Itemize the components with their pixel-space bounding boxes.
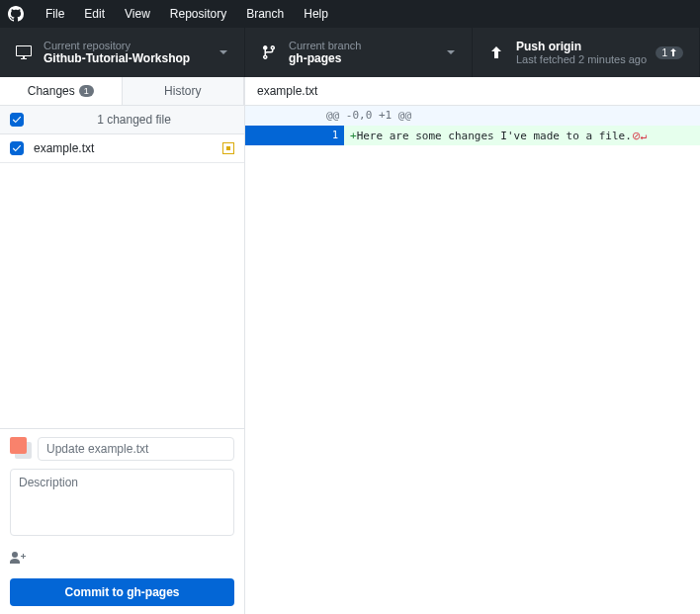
push-count-badge: 1 bbox=[656, 46, 683, 59]
no-newline-icon: ⊘ bbox=[632, 130, 641, 141]
branch-label: Current branch bbox=[289, 40, 361, 51]
current-branch-dropdown[interactable]: Current branch gh-pages bbox=[245, 28, 473, 77]
check-icon bbox=[12, 115, 22, 125]
file-item[interactable]: example.txt bbox=[0, 134, 244, 163]
line-number-new: 1 bbox=[295, 126, 344, 145]
diff-body: @@ -0,0 +1 @@ 1 +Here are some changes I… bbox=[245, 106, 700, 614]
modified-icon bbox=[222, 142, 234, 154]
changes-count-badge: 1 bbox=[79, 85, 94, 97]
arrow-up-small-icon bbox=[669, 48, 677, 56]
menu-branch[interactable]: Branch bbox=[236, 7, 294, 21]
avatar bbox=[10, 437, 32, 459]
check-icon bbox=[12, 143, 22, 153]
repo-label: Current repository bbox=[44, 40, 190, 51]
diff-text: Here are some changes I've made to a fil… bbox=[357, 130, 632, 142]
changed-files-header: 1 changed file bbox=[0, 106, 244, 134]
return-icon: ↵ bbox=[641, 130, 648, 142]
tab-changes[interactable]: Changes 1 bbox=[0, 77, 123, 105]
diff-sign: + bbox=[350, 130, 357, 142]
person-add-icon bbox=[10, 551, 26, 567]
sidebar-tabs: Changes 1 History bbox=[0, 77, 244, 106]
menu-file[interactable]: File bbox=[36, 7, 74, 21]
menu-edit[interactable]: Edit bbox=[74, 7, 115, 21]
tab-history[interactable]: History bbox=[123, 77, 245, 105]
changed-files-summary: 1 changed file bbox=[34, 113, 234, 127]
caret-down-icon bbox=[446, 47, 456, 57]
diff-line-added[interactable]: 1 +Here are some changes I've made to a … bbox=[245, 126, 700, 145]
menu-help[interactable]: Help bbox=[294, 7, 338, 21]
menu-repository[interactable]: Repository bbox=[160, 7, 236, 21]
select-all-checkbox[interactable] bbox=[10, 113, 24, 127]
commit-form: Commit to gh-pages bbox=[0, 428, 244, 614]
menu-view[interactable]: View bbox=[115, 7, 160, 21]
push-origin-button[interactable]: Push origin Last fetched 2 minutes ago 1 bbox=[473, 28, 700, 77]
repo-name: Github-Tutorial-Workshop bbox=[44, 51, 190, 65]
files-list: example.txt bbox=[0, 134, 244, 428]
diff-hunk-header: @@ -0,0 +1 @@ bbox=[245, 106, 700, 126]
branch-name: gh-pages bbox=[289, 51, 361, 65]
file-name: example.txt bbox=[34, 141, 222, 155]
toolbar: Current repository Github-Tutorial-Works… bbox=[0, 28, 700, 77]
push-label: Push origin bbox=[516, 40, 647, 53]
caret-down-icon bbox=[219, 47, 228, 57]
file-checkbox[interactable] bbox=[10, 141, 24, 155]
commit-button[interactable]: Commit to gh-pages bbox=[10, 578, 234, 606]
add-coauthor-button[interactable] bbox=[10, 547, 234, 570]
diff-filename: example.txt bbox=[245, 77, 700, 106]
diff-pane: example.txt @@ -0,0 +1 @@ 1 +Here are so… bbox=[245, 77, 700, 614]
tab-changes-label: Changes bbox=[28, 84, 75, 98]
tab-history-label: History bbox=[164, 84, 201, 98]
commit-description-input[interactable] bbox=[10, 469, 234, 536]
menu-bar: File Edit View Repository Branch Help bbox=[0, 0, 700, 28]
arrow-up-icon bbox=[488, 44, 504, 60]
git-branch-icon bbox=[261, 44, 277, 60]
push-sub: Last fetched 2 minutes ago bbox=[516, 53, 647, 65]
desktop-icon bbox=[16, 44, 32, 60]
github-logo-icon bbox=[8, 6, 24, 22]
commit-summary-input[interactable] bbox=[38, 437, 234, 461]
sidebar: Changes 1 History 1 changed file example… bbox=[0, 77, 245, 614]
current-repository-dropdown[interactable]: Current repository Github-Tutorial-Works… bbox=[0, 28, 245, 77]
